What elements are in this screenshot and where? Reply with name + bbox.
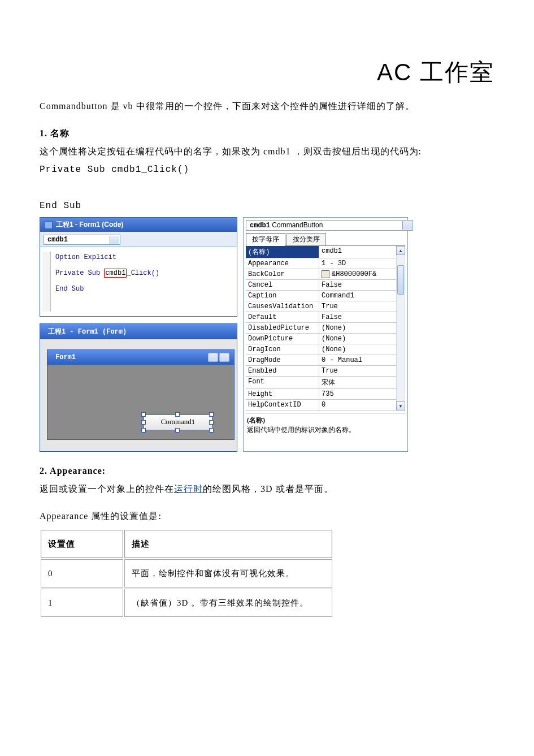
document-page: AC 工作室 Commandbutton 是 vb 中很常用的一个控件，下面来对…	[0, 0, 534, 756]
property-name-cell[interactable]: DisabledPicture	[246, 323, 319, 334]
studio-title: AC 工作室	[40, 57, 494, 88]
section-2: 2. Appearance: 返回或设置一个对象上的控件在运行时的绘图风格，3D…	[40, 463, 494, 618]
properties-object-selector[interactable]: cmdb1 CommandButton	[246, 220, 413, 231]
property-name-cell[interactable]: DragMode	[246, 355, 319, 366]
scroll-up-button[interactable]: ▲	[396, 246, 405, 255]
form-designer-title: 工程1 - Form1 (Form)	[48, 327, 127, 336]
table-header-value: 设置值	[41, 530, 123, 558]
code-line-3: End Sub	[55, 283, 235, 295]
tab-alphabetical[interactable]: 按字母序	[246, 233, 285, 245]
property-name-cell[interactable]: Default	[246, 312, 319, 323]
property-value-cell[interactable]: 0	[319, 400, 396, 411]
code-object-combo-row: cmdb1	[40, 232, 237, 247]
scroll-down-button[interactable]: ▼	[396, 401, 405, 411]
scroll-track[interactable]	[396, 255, 405, 401]
highlighted-identifier: cmdb1	[104, 269, 127, 278]
form-client-area: Form1 Command1	[40, 339, 237, 451]
selection-handle[interactable]	[175, 428, 180, 433]
property-name-cell[interactable]: (名称)	[246, 246, 319, 258]
property-value-cell[interactable]: Command1	[319, 291, 396, 301]
property-value-cell[interactable]: (None)	[319, 344, 396, 355]
property-name-cell[interactable]: Cancel	[246, 280, 319, 291]
table-header-desc: 描述	[124, 530, 332, 558]
property-value-cell[interactable]: cmdb1	[319, 246, 396, 258]
form-designer-titlebar: 工程1 - Form1 (Form)	[40, 324, 237, 339]
table-header-row: 设置值 描述	[41, 530, 332, 558]
table-row: 1 （缺省值）3D 。带有三维效果的绘制控件。	[41, 589, 332, 617]
table-row: 0 平面，绘制控件和窗体没有可视化效果。	[41, 559, 332, 587]
intro-paragraph: Commandbutton 是 vb 中很常用的一个控件，下面来对这个控件的属性…	[40, 98, 494, 114]
code-window-titlebar: 工程1 - Form1 (Code)	[40, 218, 237, 232]
property-name-cell[interactable]: HelpContextID	[246, 400, 319, 411]
window-buttons	[208, 353, 229, 362]
property-name-cell[interactable]: Enabled	[246, 366, 319, 377]
property-description-title: (名称)	[247, 416, 265, 424]
table-cell-desc: （缺省值）3D 。带有三维效果的绘制控件。	[124, 589, 332, 617]
property-value-cell[interactable]: 宋体	[319, 377, 396, 389]
property-name-cell[interactable]: Height	[246, 389, 319, 400]
property-value-cell[interactable]: (None)	[319, 323, 396, 334]
property-name-cell[interactable]: Appearance	[246, 258, 319, 269]
property-description: (名称) 返回代码中使用的标识对象的名称。	[246, 413, 405, 437]
selection-handle[interactable]	[141, 412, 146, 417]
code-lines: Option Explicit Private Sub cmdb1_Click(…	[55, 252, 235, 312]
code-object-combo[interactable]: cmdb1	[44, 235, 120, 245]
selection-handle[interactable]	[175, 412, 180, 417]
section-1-heading: 1. 名称	[40, 126, 494, 141]
property-name-cell[interactable]: Font	[246, 377, 319, 389]
runtime-link[interactable]: 运行时	[174, 484, 203, 494]
left-column: 工程1 - Form1 (Code) cmdb1 Option Explicit…	[40, 217, 237, 452]
tab-categorized[interactable]: 按分类序	[286, 233, 326, 245]
properties-window: cmdb1 CommandButton 按字母序 按分类序 (名称)cmdb1A…	[243, 217, 408, 452]
section-2-line: 返回或设置一个对象上的控件在运行时的绘图风格，3D 或者是平面。	[40, 481, 494, 497]
property-value-cell[interactable]: 735	[319, 389, 396, 400]
property-value-cell[interactable]: 0 - Manual	[319, 355, 396, 366]
property-value-cell[interactable]: 1 - 3D	[319, 258, 396, 269]
properties-grid-wrap: (名称)cmdb1Appearance1 - 3DBackColor&H8000…	[246, 245, 405, 411]
property-value-cell[interactable]: True	[319, 301, 396, 312]
property-value-cell[interactable]: (None)	[319, 334, 396, 344]
code-gutter	[42, 252, 51, 312]
code-window: 工程1 - Form1 (Code) cmdb1 Option Explicit…	[40, 217, 237, 317]
color-swatch	[322, 270, 329, 278]
code-body[interactable]: Option Explicit Private Sub cmdb1_Click(…	[40, 247, 237, 316]
property-value-cell[interactable]: False	[319, 312, 396, 323]
maximize-button[interactable]	[219, 353, 229, 362]
selection-handle[interactable]	[209, 420, 214, 425]
property-name-cell[interactable]: CausesValidation	[246, 301, 319, 312]
property-value-cell[interactable]: False	[319, 280, 396, 291]
selection-handle[interactable]	[141, 420, 146, 425]
selection-handle[interactable]	[209, 412, 214, 417]
code-line-1: Option Explicit	[55, 252, 235, 263]
property-name-cell[interactable]: Caption	[246, 291, 319, 301]
appearance-value-table: 设置值 描述 0 平面，绘制控件和窗体没有可视化效果。 1 （缺省值）3D 。带…	[40, 529, 333, 618]
section-1-code1: Private Sub cmdb1_Click()	[40, 162, 494, 178]
properties-object-selector-row: cmdb1 CommandButton	[244, 218, 407, 231]
selection-handle[interactable]	[141, 428, 146, 433]
code-line-2: Private Sub cmdb1_Click()	[55, 267, 235, 279]
property-name-cell[interactable]: DownPicture	[246, 334, 319, 344]
form-inner-window: Form1 Command1	[47, 349, 235, 440]
table-cell-value: 1	[41, 589, 123, 617]
properties-grid[interactable]: (名称)cmdb1Appearance1 - 3DBackColor&H8000…	[246, 246, 396, 411]
property-value-cell[interactable]: True	[319, 366, 396, 377]
section-2-sub: Appearance 属性的设置值是:	[40, 508, 494, 524]
property-value-cell[interactable]: &H8000000F&	[319, 269, 396, 280]
section-1-code2: End Sub	[40, 198, 494, 214]
body-text: Commandbutton 是 vb 中很常用的一个控件，下面来对这个控件的属性…	[40, 98, 494, 214]
scroll-thumb[interactable]	[397, 265, 404, 295]
properties-tabs: 按字母序 按分类序	[244, 231, 407, 245]
form-designer-window: 工程1 - Form1 (Form) Form1	[40, 323, 237, 452]
property-name-cell[interactable]: DragIcon	[246, 344, 319, 355]
minimize-button[interactable]	[208, 353, 218, 362]
property-description-text: 返回代码中使用的标识对象的名称。	[247, 426, 355, 434]
section-2-heading: 2. Appearance:	[40, 463, 494, 479]
table-cell-value: 0	[41, 559, 123, 587]
selection-handle[interactable]	[209, 428, 214, 433]
form-design-surface[interactable]: Command1	[47, 365, 234, 439]
section-1-line1: 这个属性将决定按钮在编程代码中的名字，如果改为 cmdb1 ，则双击按钮后出现的…	[40, 144, 494, 159]
window-icon	[45, 221, 53, 229]
properties-scrollbar[interactable]: ▲ ▼	[396, 246, 405, 411]
property-name-cell[interactable]: BackColor	[246, 269, 319, 280]
screenshot-composite: 工程1 - Form1 (Code) cmdb1 Option Explicit…	[40, 217, 494, 452]
